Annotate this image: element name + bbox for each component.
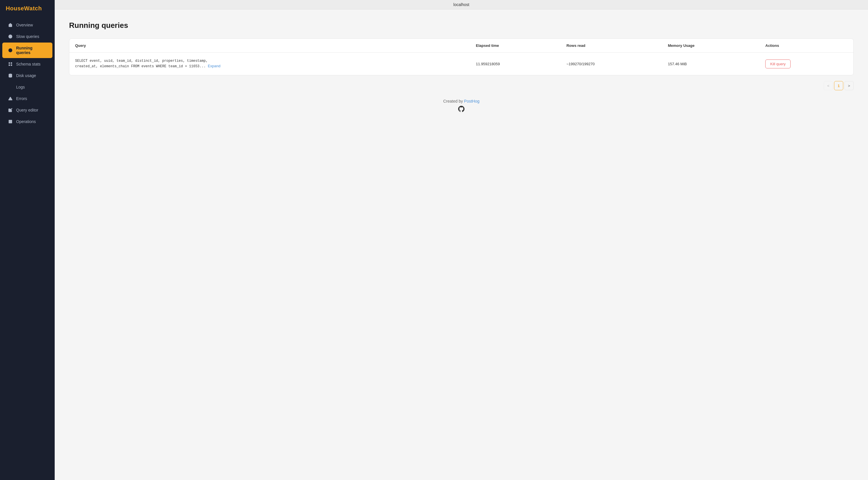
sidebar-item-label: Operations bbox=[16, 119, 36, 124]
elapsed-time-cell: 11.959218059 bbox=[470, 53, 561, 75]
table-header-row: Query Elapsed time Rows read Memory Usag… bbox=[69, 39, 853, 53]
home-icon bbox=[8, 23, 13, 27]
svg-rect-5 bbox=[11, 64, 12, 66]
sidebar-item-label: Running queries bbox=[16, 46, 46, 55]
circle-dot-icon bbox=[8, 48, 13, 53]
pagination-page-1-button[interactable]: 1 bbox=[834, 81, 843, 90]
col-header-query: Query bbox=[69, 39, 470, 53]
edit-icon bbox=[8, 108, 13, 112]
sidebar-item-label: Overview bbox=[16, 23, 33, 27]
pagination: < 1 > bbox=[69, 81, 854, 90]
table-icon bbox=[8, 119, 13, 124]
queries-table-container: Query Elapsed time Rows read Memory Usag… bbox=[69, 38, 854, 75]
expand-link[interactable]: Expand bbox=[208, 64, 220, 68]
rows-read-cell: ~199270/199270 bbox=[561, 53, 662, 75]
pagination-next-button[interactable]: > bbox=[844, 81, 854, 90]
sidebar-item-label: Errors bbox=[16, 96, 27, 101]
col-header-rows-read: Rows read bbox=[561, 39, 662, 53]
main-wrapper: localhost Running queries Query Elapsed … bbox=[55, 0, 868, 480]
sidebar-item-schema-stats[interactable]: Schema stats bbox=[2, 59, 52, 70]
sidebar-item-running-queries[interactable]: Running queries bbox=[2, 42, 52, 58]
sidebar-item-label: Disk usage bbox=[16, 73, 36, 78]
sidebar-item-overview[interactable]: Overview bbox=[2, 20, 52, 31]
sidebar-item-slow-queries[interactable]: Slow queries bbox=[2, 31, 52, 42]
sidebar-item-errors[interactable]: Errors bbox=[2, 93, 52, 104]
sidebar: HouseWatch Overview Slow queries bbox=[0, 0, 55, 480]
main-content: Running queries Query Elapsed time Rows … bbox=[55, 9, 868, 480]
clock-icon bbox=[8, 34, 13, 39]
rows-read-value: ~199270/199270 bbox=[566, 62, 595, 66]
app-logo: HouseWatch bbox=[0, 0, 55, 17]
disk-icon bbox=[8, 73, 13, 78]
memory-usage-value: 157.46 MiB bbox=[668, 62, 687, 66]
menu-icon bbox=[8, 85, 13, 90]
svg-rect-4 bbox=[11, 62, 12, 64]
footer: Created by PostHog bbox=[69, 90, 854, 122]
grid-icon bbox=[8, 62, 13, 66]
svg-rect-13 bbox=[9, 120, 12, 123]
sidebar-item-label: Schema stats bbox=[16, 62, 40, 66]
col-header-elapsed-time: Elapsed time bbox=[470, 39, 561, 53]
svg-rect-3 bbox=[9, 62, 10, 64]
sidebar-nav: Overview Slow queries Running queries bbox=[0, 17, 55, 130]
memory-usage-cell: 157.46 MiB bbox=[662, 53, 760, 75]
github-icon bbox=[78, 106, 845, 113]
query-cell: SELECT event, uuid, team_id, distinct_id… bbox=[69, 53, 470, 75]
col-header-memory-usage: Memory Usage bbox=[662, 39, 760, 53]
sidebar-item-label: Logs bbox=[16, 85, 25, 90]
svg-point-2 bbox=[10, 50, 11, 51]
query-text: SELECT event, uuid, team_id, distinct_id… bbox=[75, 59, 208, 68]
sidebar-item-logs[interactable]: Logs bbox=[2, 82, 52, 93]
triangle-icon bbox=[8, 96, 13, 101]
pagination-prev-button[interactable]: < bbox=[824, 81, 833, 90]
top-bar: localhost bbox=[55, 0, 868, 9]
svg-rect-6 bbox=[9, 64, 10, 66]
actions-cell: Kill query bbox=[760, 53, 853, 75]
queries-table: Query Elapsed time Rows read Memory Usag… bbox=[69, 39, 853, 75]
sidebar-item-label: Slow queries bbox=[16, 34, 39, 39]
table-row: SELECT event, uuid, team_id, distinct_id… bbox=[69, 53, 853, 75]
col-header-actions: Actions bbox=[760, 39, 853, 53]
sidebar-item-label: Query editor bbox=[16, 108, 38, 112]
server-name: localhost bbox=[453, 2, 469, 7]
elapsed-time-value: 11.959218059 bbox=[476, 62, 500, 66]
sidebar-item-query-editor[interactable]: Query editor bbox=[2, 105, 52, 115]
kill-query-button[interactable]: Kill query bbox=[765, 60, 790, 68]
footer-text: Created by bbox=[443, 99, 464, 103]
footer-posthog-link[interactable]: PostHog bbox=[464, 99, 479, 103]
page-title: Running queries bbox=[69, 21, 854, 30]
sidebar-item-operations[interactable]: Operations bbox=[2, 116, 52, 127]
sidebar-item-disk-usage[interactable]: Disk usage bbox=[2, 70, 52, 81]
